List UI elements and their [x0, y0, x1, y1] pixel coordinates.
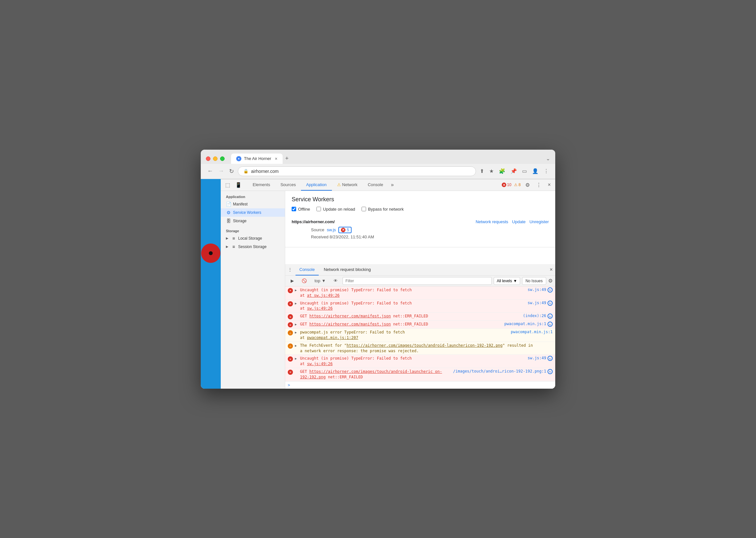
- tab-sources[interactable]: Sources: [275, 179, 301, 190]
- log-link-1[interactable]: at sw.js:49:26: [307, 293, 340, 298]
- tab-network[interactable]: ⚠ Network: [332, 179, 363, 190]
- devtools-sidebar: Application 📄 Manifest ⚙ Service Workers…: [221, 191, 285, 389]
- forward-button[interactable]: →: [217, 166, 225, 176]
- bypass-checkbox-label[interactable]: Bypass for network: [361, 207, 404, 212]
- bookmark-icon[interactable]: ★: [488, 167, 495, 176]
- log-reload-4[interactable]: ↻: [547, 322, 553, 327]
- devtools-tabs: Elements Sources Application ⚠ Network C…: [248, 179, 502, 190]
- fetch-event-link[interactable]: https://airhorner.com/images/touch/andro…: [347, 343, 503, 348]
- red-circle: [201, 243, 220, 263]
- network-requests-link[interactable]: Network requests: [476, 219, 508, 224]
- log-source-2[interactable]: sw.js:49: [522, 300, 546, 305]
- log-text-7: Uncaught (in promise) TypeError: Failed …: [300, 356, 522, 367]
- tab-bar: ● The Air Horner × + ⌄: [231, 153, 550, 164]
- more-tabs-button[interactable]: »: [388, 182, 396, 188]
- title-bar: ● The Air Horner × + ⌄: [201, 150, 555, 164]
- sidebar-item-local-storage[interactable]: ▶ ≡ Local Storage: [221, 234, 285, 242]
- sw-error-badge[interactable]: ✕ 5: [338, 227, 352, 233]
- clear-button[interactable]: 🚫: [299, 277, 310, 285]
- offline-checkbox-label[interactable]: Offline: [292, 207, 310, 212]
- sw-file-link[interactable]: sw.js: [327, 227, 336, 232]
- reload-button[interactable]: ↻: [228, 166, 235, 176]
- log-source-7[interactable]: sw.js:49: [522, 356, 546, 360]
- console-close-button[interactable]: ×: [550, 267, 553, 273]
- no-issues-button[interactable]: No Issues: [522, 277, 546, 285]
- all-levels-dropdown-icon: ▼: [513, 279, 517, 283]
- expand-icon-1[interactable]: ▶: [295, 288, 299, 292]
- execute-button[interactable]: ▶: [288, 277, 297, 285]
- log-source-5[interactable]: pwacompat.min.js:1: [506, 330, 553, 334]
- error-icon-2: ✕: [288, 301, 293, 306]
- manifest-link-2[interactable]: https://airhorner.com/manifest.json: [309, 322, 391, 326]
- devtools-close-button[interactable]: ×: [546, 181, 553, 189]
- sidebar-item-session-storage[interactable]: ▶ ≡ Session Storage: [221, 242, 285, 251]
- address-field[interactable]: 🔒 airhorner.com: [238, 166, 476, 176]
- error-icon-1: ✕: [288, 288, 293, 293]
- tab-application[interactable]: Application: [301, 179, 332, 190]
- update-on-reload-checkbox-label[interactable]: Update on reload: [316, 207, 355, 212]
- log-source-8[interactable]: /images/touch/androi…ricon-192-192.png:1: [448, 369, 546, 373]
- minimize-traffic-light[interactable]: [213, 156, 217, 161]
- log-link-5[interactable]: pwacompat.min.js:1:207: [307, 336, 358, 340]
- unregister-link[interactable]: Unregister: [530, 219, 549, 224]
- profile-icon[interactable]: 👤: [531, 167, 540, 176]
- log-reload-8[interactable]: ↻: [547, 369, 553, 374]
- devtools-more-button[interactable]: ⋮: [534, 181, 543, 189]
- settings-button[interactable]: ⚙: [523, 181, 532, 189]
- expand-icon-6[interactable]: ▶: [295, 344, 299, 348]
- sidebar-item-manifest[interactable]: 📄 Manifest: [221, 200, 285, 208]
- console-dots-menu[interactable]: ⋮: [288, 267, 292, 272]
- error-circle-icon: ✕: [502, 183, 506, 187]
- update-link[interactable]: Update: [512, 219, 526, 224]
- console-tab[interactable]: Console: [296, 264, 319, 275]
- log-reload-2[interactable]: ↻: [547, 300, 553, 306]
- network-warning-icon: ⚠: [337, 182, 341, 187]
- expand-icon-2[interactable]: ▶: [295, 301, 299, 305]
- maximize-traffic-light[interactable]: [220, 156, 225, 161]
- filter-input[interactable]: [343, 277, 492, 285]
- log-source-1[interactable]: sw.js:49: [522, 287, 546, 292]
- new-tab-button[interactable]: +: [283, 154, 291, 163]
- log-source-3[interactable]: (index):26: [518, 313, 546, 318]
- context-selector[interactable]: top ▼: [311, 277, 329, 285]
- log-reload-7[interactable]: ↻: [547, 356, 553, 361]
- log-reload-3[interactable]: ↻: [547, 313, 553, 319]
- expand-icon-4[interactable]: ▶: [295, 323, 299, 326]
- close-traffic-light[interactable]: [206, 156, 211, 161]
- expand-icon-7[interactable]: ▶: [295, 357, 299, 360]
- sidebar-item-service-workers[interactable]: ⚙ Service Workers: [221, 208, 285, 217]
- error-icon-8: ✕: [288, 370, 293, 375]
- inspect-element-button[interactable]: ⬚: [223, 181, 232, 189]
- update-on-reload-checkbox[interactable]: [316, 207, 321, 211]
- options-row: Offline Update on reload Bypass for netw…: [292, 207, 549, 212]
- bypass-checkbox[interactable]: [361, 207, 366, 211]
- manifest-link-1[interactable]: https://airhorner.com/manifest.json: [309, 314, 391, 318]
- tab-elements[interactable]: Elements: [248, 179, 275, 190]
- image-link[interactable]: https://airhorner.com/images/touch/andro…: [300, 369, 442, 379]
- network-blocking-tab[interactable]: Network request blocking: [320, 264, 375, 275]
- warning-icon-1: ⚠: [288, 330, 293, 336]
- expand-icon-5[interactable]: ▶: [295, 331, 299, 334]
- console-log: ✕ ▶ Uncaught (in promise) TypeError: Fai…: [285, 287, 555, 389]
- log-link-7[interactable]: sw.js:49:26: [307, 361, 333, 366]
- cast-icon[interactable]: ▭: [521, 167, 528, 176]
- all-levels-button[interactable]: All levels ▼: [494, 277, 520, 285]
- device-toggle-button[interactable]: 📱: [233, 181, 244, 189]
- pin-icon[interactable]: 📌: [509, 167, 518, 176]
- tab-console[interactable]: Console: [362, 179, 388, 190]
- log-reload-1[interactable]: ↻: [547, 287, 553, 293]
- share-icon[interactable]: ⬆: [479, 167, 485, 176]
- offline-checkbox[interactable]: [292, 207, 296, 211]
- log-source-4[interactable]: pwacompat.min.js:1: [499, 322, 546, 326]
- devtools-icons: ⬚ 📱: [223, 181, 244, 189]
- extension-icon[interactable]: 🧩: [497, 167, 506, 176]
- eye-button[interactable]: 👁: [331, 277, 341, 285]
- back-button[interactable]: ←: [206, 166, 214, 176]
- console-settings-button[interactable]: ⚙: [548, 278, 553, 284]
- tab-close-button[interactable]: ×: [275, 156, 277, 161]
- log-link-2[interactable]: sw.js:49:26: [307, 306, 333, 311]
- menu-icon[interactable]: ⋮: [543, 167, 550, 176]
- browser-tab[interactable]: ● The Air Horner ×: [231, 153, 283, 164]
- sidebar-item-storage[interactable]: 🗄 Storage: [221, 217, 285, 225]
- warning-badge: ⚠ 8: [514, 183, 521, 187]
